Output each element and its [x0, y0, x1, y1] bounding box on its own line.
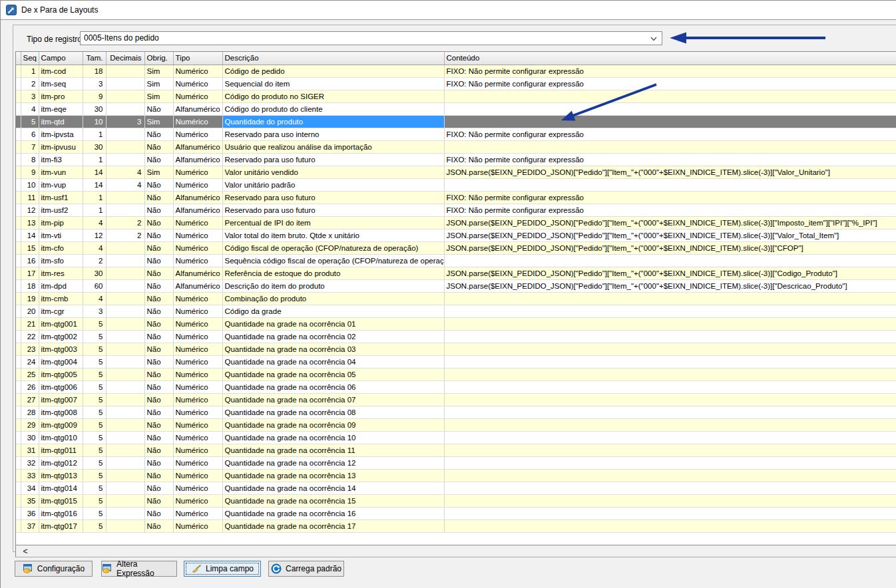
cell-campo[interactable]: itm-ipvusu	[39, 140, 83, 153]
cell-tam[interactable]: 1	[83, 128, 106, 140]
cell-conteudo[interactable]	[444, 456, 896, 469]
cell-descricao[interactable]: Percentual de IPI do item	[222, 216, 444, 229]
cell-descricao[interactable]: Combinação do produto	[222, 292, 444, 305]
cell-tam[interactable]: 5	[83, 444, 106, 456]
header-seq[interactable]: Seq	[21, 52, 39, 65]
cell-descricao[interactable]: Quantidade na grade na ocorrência 14	[222, 482, 444, 494]
cell-descricao[interactable]: Quantidade na grade na ocorrência 05	[222, 368, 444, 380]
cell-obrig[interactable]: Não	[144, 102, 173, 115]
cell-seq[interactable]: 35	[21, 494, 39, 507]
cell-campo[interactable]: itm-qtg004	[39, 355, 83, 368]
table-row[interactable]: 3itm-pro9SimNuméricoCódigo do produto no…	[16, 90, 896, 102]
cell-tipo[interactable]: Alfanumérico	[173, 153, 222, 166]
cell-conteudo[interactable]	[444, 317, 896, 330]
cell-conteudo[interactable]	[444, 330, 896, 343]
row-indicator[interactable]	[16, 444, 21, 456]
cell-campo[interactable]: itm-qtg015	[39, 494, 83, 507]
row-indicator[interactable]	[16, 431, 21, 444]
cell-conteudo[interactable]: FIXO: Não permite configurar expressão	[444, 65, 896, 77]
cell-seq[interactable]: 26	[21, 380, 39, 393]
cell-obrig[interactable]: Não	[144, 469, 173, 482]
cell-seq[interactable]: 6	[21, 128, 39, 140]
cell-descricao[interactable]: Quantidade na grade na ocorrência 07	[222, 393, 444, 406]
row-indicator[interactable]	[16, 191, 21, 204]
cell-seq[interactable]: 18	[21, 279, 39, 292]
cell-conteudo[interactable]	[444, 292, 896, 305]
cell-tipo[interactable]: Alfanumérico	[173, 102, 222, 115]
table-row[interactable]: 1itm-cod18SimNuméricoCódigo de pedidoFIX…	[16, 65, 896, 77]
cell-tipo[interactable]: Numérico	[173, 507, 222, 519]
cell-campo[interactable]: itm-cgr	[39, 305, 83, 317]
cell-decimais[interactable]	[106, 305, 144, 317]
cell-seq[interactable]: 20	[21, 305, 39, 317]
cell-descricao[interactable]: Quantidade na grade na ocorrência 13	[222, 469, 444, 482]
cell-decimais[interactable]	[106, 330, 144, 343]
row-indicator[interactable]	[16, 140, 21, 153]
cell-tipo[interactable]: Numérico	[173, 65, 222, 77]
cell-conteudo[interactable]	[444, 178, 896, 191]
cell-campo[interactable]: itm-fi3	[39, 153, 83, 166]
cell-obrig[interactable]: Sim	[144, 77, 173, 90]
header-conteudo[interactable]: Conteúdo	[444, 52, 896, 65]
cell-obrig[interactable]: Não	[144, 507, 173, 519]
cell-descricao[interactable]: Quantidade na grade na ocorrência 10	[222, 431, 444, 444]
cell-obrig[interactable]: Sim	[144, 166, 173, 178]
cell-seq[interactable]: 28	[21, 406, 39, 418]
row-indicator[interactable]	[16, 494, 21, 507]
cell-seq[interactable]: 32	[21, 456, 39, 469]
cell-seq[interactable]: 15	[21, 241, 39, 254]
cell-tipo[interactable]: Numérico	[173, 254, 222, 267]
cell-obrig[interactable]: Não	[144, 380, 173, 393]
cell-obrig[interactable]: Não	[144, 355, 173, 368]
cell-decimais[interactable]	[106, 102, 144, 115]
cell-obrig[interactable]: Não	[144, 519, 173, 532]
cell-tam[interactable]: 60	[83, 279, 106, 292]
row-indicator[interactable]	[16, 292, 21, 305]
row-indicator[interactable]	[16, 178, 21, 191]
cell-tam[interactable]: 5	[83, 418, 106, 431]
cell-tipo[interactable]: Alfanumérico	[173, 204, 222, 216]
cell-tipo[interactable]: Alfanumérico	[173, 279, 222, 292]
table-row[interactable]: 33itm-qtg0135NãoNuméricoQuantidade na gr…	[16, 469, 896, 482]
row-indicator[interactable]	[16, 254, 21, 267]
cell-tam[interactable]: 5	[83, 469, 106, 482]
row-indicator[interactable]	[16, 317, 21, 330]
cell-tam[interactable]: 2	[83, 254, 106, 267]
cell-decimais[interactable]	[106, 65, 144, 77]
cell-tam[interactable]: 5	[83, 343, 106, 355]
cell-decimais[interactable]	[106, 368, 144, 380]
cell-tipo[interactable]: Alfanumérico	[173, 191, 222, 204]
cell-decimais[interactable]	[106, 140, 144, 153]
header-tipo[interactable]: Tipo	[173, 52, 222, 65]
cell-seq[interactable]: 8	[21, 153, 39, 166]
cell-decimais[interactable]: 4	[106, 166, 144, 178]
row-indicator[interactable]	[16, 153, 21, 166]
cell-tipo[interactable]: Numérico	[173, 456, 222, 469]
cell-obrig[interactable]: Não	[144, 204, 173, 216]
cell-tam[interactable]: 9	[83, 90, 106, 102]
table-row[interactable]: 24itm-qtg0045NãoNuméricoQuantidade na gr…	[16, 355, 896, 368]
cell-seq[interactable]: 5	[21, 115, 39, 128]
cell-conteudo[interactable]: FIXO: Não permite configurar expressão	[444, 191, 896, 204]
row-indicator[interactable]	[16, 65, 21, 77]
cell-descricao[interactable]: Quantidade na grade na ocorrência 06	[222, 380, 444, 393]
table-row[interactable]: 22itm-qtg0025NãoNuméricoQuantidade na gr…	[16, 330, 896, 343]
table-row[interactable]: 21itm-qtg0015NãoNuméricoQuantidade na gr…	[16, 317, 896, 330]
cell-decimais[interactable]	[106, 380, 144, 393]
cell-decimais[interactable]	[106, 317, 144, 330]
cell-tipo[interactable]: Numérico	[173, 128, 222, 140]
cell-descricao[interactable]: Quantidade na grade na ocorrência 09	[222, 418, 444, 431]
cell-tam[interactable]: 30	[83, 267, 106, 279]
table-row[interactable]: 36itm-qtg0165NãoNuméricoQuantidade na gr…	[16, 507, 896, 519]
table-row[interactable]: 16itm-sfo2NãoNuméricoSequência código fi…	[16, 254, 896, 267]
cell-campo[interactable]: itm-dpd	[39, 279, 83, 292]
cell-tipo[interactable]: Numérico	[173, 431, 222, 444]
cell-tam[interactable]: 12	[83, 229, 106, 241]
cell-campo[interactable]: itm-qtg007	[39, 393, 83, 406]
cell-descricao[interactable]: Reservado para uso futuro	[222, 204, 444, 216]
cell-campo[interactable]: itm-usf2	[39, 204, 83, 216]
cell-conteudo[interactable]: JSON.parse($EIXN_PEDIDO_JSON)["Pedido"][…	[444, 267, 896, 279]
cell-campo[interactable]: itm-qtg016	[39, 507, 83, 519]
cell-seq[interactable]: 33	[21, 469, 39, 482]
cell-campo[interactable]: itm-qtg013	[39, 469, 83, 482]
